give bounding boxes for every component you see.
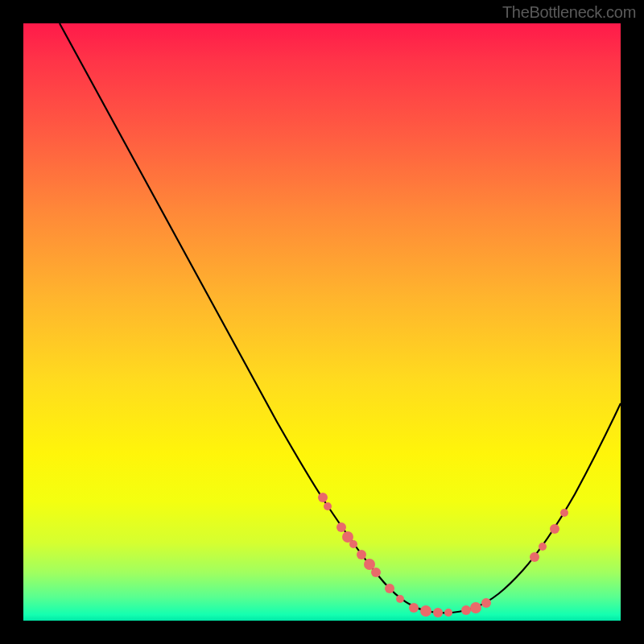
data-point [385, 584, 394, 593]
data-point [336, 522, 346, 532]
data-point [461, 605, 471, 615]
data-point [560, 509, 568, 517]
data-point [420, 605, 431, 617]
data-points-group [318, 493, 568, 617]
data-point [409, 603, 419, 613]
data-point [318, 493, 328, 502]
data-point [481, 598, 491, 608]
data-point [349, 540, 357, 548]
chart-svg [23, 23, 621, 621]
data-point [444, 609, 452, 617]
data-point [539, 543, 547, 551]
data-point [371, 568, 381, 577]
data-point [470, 602, 481, 613]
data-point [433, 608, 443, 617]
data-point [530, 552, 539, 562]
data-point [324, 502, 332, 510]
data-point [357, 550, 366, 559]
data-point [396, 595, 404, 603]
chart-plot-area [23, 23, 621, 621]
data-point [550, 524, 559, 534]
watermark-text: TheBottleneck.com [502, 3, 636, 22]
